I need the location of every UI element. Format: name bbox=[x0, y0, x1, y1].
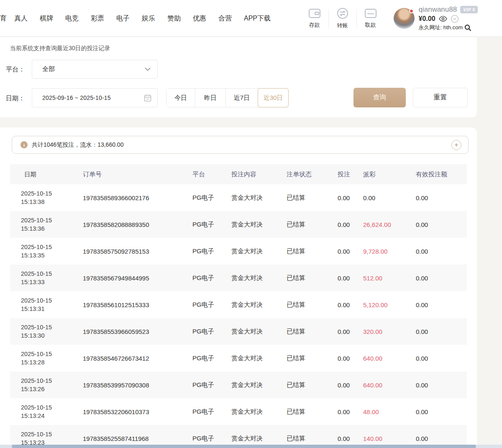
table-row: 2025-10-1515:13:24 1978358532206010373 P… bbox=[10, 398, 467, 425]
nav-item-lottery[interactable]: 彩票 bbox=[91, 14, 104, 23]
vip-word: VIP bbox=[463, 7, 471, 12]
table-row: 2025-10-1515:13:26 1978358539957090308 P… bbox=[10, 372, 467, 398]
cell-datetime: 2025-10-1515:13:26 bbox=[21, 377, 83, 394]
cell-valid-amount: 0.00 bbox=[416, 382, 467, 389]
platform-label: 平台： bbox=[6, 66, 25, 74]
cell-payout: 9,728.00 bbox=[363, 248, 416, 255]
col-header-platform: 平台 bbox=[192, 171, 231, 178]
table-body: 2025-10-1515:13:38 1978358589366002176 P… bbox=[10, 184, 467, 448]
cell-order-number: 1978358567949844995 bbox=[83, 275, 192, 282]
cell-platform: PG电子 bbox=[192, 301, 231, 309]
cell-datetime: 2025-10-1515:13:38 bbox=[21, 189, 83, 206]
cell-order-number: 1978358532206010373 bbox=[83, 408, 192, 415]
filter-panel: 当前系统支持查询最近30日的投注记录 平台： 全部 日期： 2025-09-16… bbox=[0, 37, 477, 117]
cell-bet-content: 赏金大对决 bbox=[231, 408, 287, 416]
cell-bet-amount: 0.00 bbox=[338, 221, 363, 228]
cell-valid-amount: 0.00 bbox=[416, 275, 467, 282]
nav-item-sponsor[interactable]: 赞助 bbox=[167, 14, 181, 23]
date-range-input[interactable]: 2025-09-16 ~ 2025-10-15 bbox=[32, 88, 158, 107]
query-button[interactable]: 查询 bbox=[353, 88, 406, 107]
cell-datetime: 2025-10-1515:13:24 bbox=[21, 403, 83, 420]
refresh-balance-icon[interactable] bbox=[451, 15, 459, 23]
reset-button[interactable]: 重置 bbox=[413, 88, 468, 107]
nav-item-app-download[interactable]: APP下载 bbox=[244, 14, 271, 23]
transfer-button[interactable]: 转账 bbox=[330, 8, 356, 29]
cell-valid-amount: 0.00 bbox=[416, 328, 467, 335]
table-row: 2025-10-1515:13:33 1978358567949844995 P… bbox=[10, 265, 467, 291]
nav-item-promo[interactable]: 优惠 bbox=[193, 14, 206, 23]
search-icon[interactable] bbox=[464, 24, 471, 31]
quick-date-yesterday[interactable]: 昨日 bbox=[195, 89, 226, 107]
withdraw-button[interactable]: 取款 bbox=[358, 8, 384, 29]
deposit-button[interactable]: 存款 bbox=[302, 8, 328, 29]
cell-platform: PG电子 bbox=[192, 247, 231, 255]
quick-date-last7days[interactable]: 近7日 bbox=[226, 89, 258, 107]
cell-bet-content: 赏金大对决 bbox=[231, 301, 287, 309]
top-header: 育 真人 棋牌 电竞 彩票 电子 娱乐 赞助 优惠 合营 APP下载 存款 bbox=[0, 0, 502, 37]
cell-payout: 640.00 bbox=[363, 382, 416, 389]
col-header-valid: 有效投注额 bbox=[416, 171, 467, 178]
cell-platform: PG电子 bbox=[192, 408, 231, 416]
nav-item-live[interactable]: 真人 bbox=[14, 14, 28, 23]
platform-select[interactable]: 全部 bbox=[32, 60, 158, 79]
chevron-down-icon bbox=[145, 67, 151, 71]
username[interactable]: qianwanu88 bbox=[419, 5, 457, 14]
date-label: 日期： bbox=[6, 94, 25, 102]
quick-date-last30days[interactable]: 近30日 bbox=[258, 88, 289, 107]
balance-amount: ¥0.00 bbox=[419, 15, 435, 23]
col-header-status: 注单状态 bbox=[287, 171, 338, 178]
wallet-icon bbox=[308, 8, 321, 19]
col-header-date: 日期 bbox=[21, 170, 83, 178]
cell-datetime: 2025-10-1515:13:35 bbox=[21, 243, 83, 260]
cell-bet-content: 赏金大对决 bbox=[231, 354, 287, 362]
cell-status: 已结算 bbox=[287, 381, 338, 389]
cell-platform: PG电子 bbox=[192, 354, 231, 362]
cell-platform: PG电子 bbox=[192, 194, 231, 202]
cell-datetime: 2025-10-1515:13:30 bbox=[21, 323, 83, 340]
nav-item-esports[interactable]: 电竞 bbox=[65, 14, 79, 23]
cell-status: 已结算 bbox=[287, 328, 338, 336]
scrollbar-thumb[interactable] bbox=[12, 445, 476, 448]
withdraw-label: 取款 bbox=[365, 21, 376, 29]
divider bbox=[356, 9, 357, 28]
eye-icon[interactable] bbox=[439, 16, 447, 22]
cell-status: 已结算 bbox=[287, 194, 338, 202]
table-row: 2025-10-1515:13:36 1978358582088889350 P… bbox=[10, 211, 467, 238]
cell-status: 已结算 bbox=[287, 435, 338, 443]
cell-valid-amount: 0.00 bbox=[416, 248, 467, 255]
nav-item-entertainment[interactable]: 娱乐 bbox=[142, 14, 155, 23]
quick-date-today[interactable]: 今日 bbox=[166, 89, 195, 107]
nav-item-cards[interactable]: 棋牌 bbox=[40, 14, 53, 23]
cell-valid-amount: 0.00 bbox=[416, 355, 467, 362]
permanent-url-label: 永久网址: hth.com bbox=[419, 24, 463, 31]
nav-item-partner[interactable]: 合营 bbox=[218, 14, 232, 23]
cell-valid-amount: 0.00 bbox=[416, 301, 467, 308]
cell-bet-content: 赏金大对决 bbox=[231, 435, 287, 443]
user-info: qianwanu88 VIP 0 ¥0.00 bbox=[419, 5, 478, 31]
cell-bet-amount: 0.00 bbox=[338, 408, 363, 415]
table-row: 2025-10-1515:13:28 1978358546726673412 P… bbox=[10, 345, 467, 372]
header-actions: 存款 转账 取款 bbox=[302, 0, 478, 37]
nav-item-sports[interactable]: 育 bbox=[0, 14, 7, 23]
cell-datetime: 2025-10-1515:13:36 bbox=[21, 216, 83, 233]
cell-payout: 512.00 bbox=[363, 275, 416, 282]
cell-valid-amount: 0.00 bbox=[416, 435, 467, 442]
cell-bet-content: 赏金大对决 bbox=[231, 274, 287, 282]
nav-item-slots[interactable]: 电子 bbox=[116, 14, 130, 23]
cell-status: 已结算 bbox=[287, 247, 338, 255]
table-row: 2025-10-1515:13:31 1978358561012515333 P… bbox=[10, 291, 467, 318]
user-avatar[interactable] bbox=[394, 8, 415, 29]
cell-payout: 48.00 bbox=[363, 408, 416, 415]
cell-status: 已结算 bbox=[287, 301, 338, 309]
cell-status: 已结算 bbox=[287, 354, 338, 362]
cell-payout: 0.00 bbox=[363, 194, 416, 201]
expand-plus-icon[interactable]: + bbox=[451, 140, 461, 150]
divider bbox=[328, 9, 329, 28]
notification-dot bbox=[409, 9, 414, 13]
cell-bet-amount: 0.00 bbox=[338, 435, 363, 442]
vip-badge: VIP 0 bbox=[460, 6, 478, 13]
cell-platform: PG电子 bbox=[192, 381, 231, 389]
cell-datetime: 2025-10-1515:13:31 bbox=[21, 296, 83, 313]
cell-status: 已结算 bbox=[287, 408, 338, 416]
bet-records-table: 日期 订单号 平台 投注内容 注单状态 投注 派彩 有效投注额 2025-10-… bbox=[10, 164, 467, 448]
